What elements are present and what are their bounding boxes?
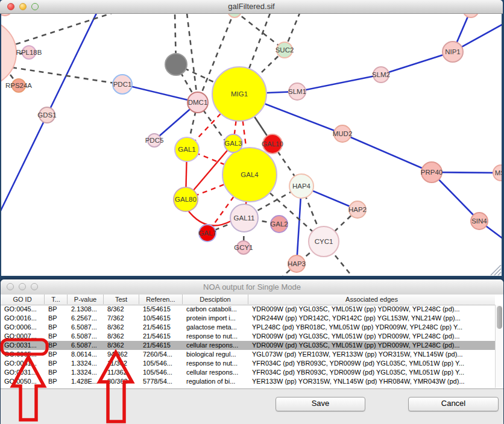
graph-node-GCY1[interactable]: GCY1 [234, 241, 253, 254]
graph-node-unlabeled[interactable] [165, 54, 187, 75]
column-header-associated-edges[interactable]: Associated edges [248, 295, 495, 304]
graph-edge [297, 75, 381, 92]
graph-node-unlabeled[interactable] [228, 14, 241, 17]
node-label: SUC2 [276, 46, 294, 54]
cell: YGL073W (pd) YER103W, YER133W (pp) YOR31… [248, 350, 495, 359]
graph-node-unlabeled[interactable] [1, 20, 16, 86]
vertical-scrollbar[interactable] [495, 305, 503, 388]
graph-node-HAP3[interactable]: HAP3 [288, 255, 306, 272]
cell: 8/362 [104, 332, 139, 341]
cell: response to nut... [183, 359, 248, 368]
scrollbar-thumb[interactable] [497, 306, 502, 329]
table-row-selected[interactable]: GO:0031...BP6.5087...8/36221/54615cellul… [1, 341, 495, 350]
table-row[interactable]: GO:0065...BP8.0614...94/3627260/54...bio… [1, 350, 495, 359]
graph-node-unlabeled[interactable] [1, 14, 12, 16]
cell: GO:0016... [1, 314, 45, 323]
resize-grip-icon[interactable] [488, 263, 502, 276]
cell: 8.0614... [68, 350, 104, 359]
cell: GO:0031... [1, 368, 45, 377]
cell: GO:0007... [1, 332, 45, 341]
table-row[interactable]: GO:0016...BP6.2567...7/36210/54615protei… [1, 314, 495, 323]
graph-node-HAP2[interactable]: HAP2 [348, 201, 367, 218]
graph-node-unlabeled[interactable] [463, 14, 479, 17]
graph-node-MIG1[interactable]: MIG1 [212, 67, 266, 121]
cell: 8/362 [104, 341, 139, 350]
graph-node-GAL4[interactable]: GAL4 [222, 148, 277, 202]
graph-node-GAL10[interactable]: GAL10 [262, 134, 283, 154]
cell: 80/362 [104, 377, 139, 386]
table-header-row: GO IDT...P-valueTestReferen...Desciption… [1, 295, 495, 305]
noa-window-title: NOA output for Single Mode [1, 282, 503, 292]
column-header-desciption[interactable]: Desciption [183, 295, 248, 304]
graph-node-GAL11[interactable]: GAL11 [230, 204, 258, 232]
node-label: GDS1 [37, 111, 56, 119]
cell: 105/546... [139, 359, 183, 368]
graph-edge [381, 52, 453, 75]
graph-edge [235, 14, 285, 50]
table-row[interactable]: GO:0006...BP6.5087...8/36221/54615galact… [1, 323, 495, 332]
graph-node-PRP40[interactable]: PRP40 [421, 162, 443, 182]
table-row[interactable]: GO:0031...BP1.3324...11/362105/546...res… [1, 359, 495, 368]
cell: 5778/54... [139, 377, 183, 386]
graph-node-DMC1[interactable]: DMC1 [187, 92, 208, 113]
node-label: SIN4 [471, 217, 487, 225]
network-canvas[interactable]: RPL18BRPS24AGDS1MIG1PDC1DMC1SUC2NIP1SLM2… [1, 14, 502, 276]
cell: 11/362 [104, 368, 139, 377]
cell: protein import i... [183, 314, 248, 323]
node-label: HAP2 [348, 206, 367, 213]
cell: 10/54615 [139, 314, 183, 323]
node-label: GAL1 [178, 146, 195, 153]
cell: cellular respons... [183, 368, 248, 377]
cell: carbon cataboli... [183, 305, 248, 314]
table-row[interactable]: GO:0007...BP6.5087...8/36221/54615respon… [1, 332, 495, 341]
cell: BP [45, 314, 68, 323]
table-row[interactable]: GO:0045...BP2.1308...8/36215/54615carbon… [1, 305, 495, 314]
graph-node-RPS24A[interactable]: RPS24A [5, 79, 32, 92]
column-header-go-id[interactable]: GO ID [1, 295, 45, 304]
cell: 8/362 [104, 305, 139, 314]
save-button[interactable]: Save [276, 397, 365, 411]
node-label: PDC1 [113, 81, 132, 88]
column-header-test[interactable]: Test [104, 295, 139, 304]
graph-node-GAL2[interactable]: GAL2 [270, 216, 288, 232]
cancel-button[interactable]: Cancel [408, 397, 499, 411]
cell: YDR009W (pd) YGL035C, YML051W (pp) YDR00… [248, 341, 495, 350]
noa-window-titlebar[interactable]: NOA output for Single Mode [1, 279, 503, 295]
graph-node-SIN4[interactable]: SIN4 [471, 213, 488, 229]
cell: YDR244W (pp) YDR142C, YDR142C (pp) YGL15… [248, 314, 495, 323]
graph-node-MSI[interactable]: MSI [493, 165, 502, 181]
cell: GO:0031... [1, 341, 45, 350]
cell: 11/362 [104, 359, 139, 368]
graph-edge [47, 14, 96, 115]
column-header-p-value[interactable]: P-value [68, 295, 104, 304]
graph-node-SLM1[interactable]: SLM1 [288, 83, 306, 100]
graph-node-SLM2[interactable]: SLM2 [372, 67, 390, 83]
graph-node-NIP1[interactable]: NIP1 [443, 42, 463, 62]
cell: BP [45, 323, 68, 332]
column-header-t-[interactable]: T... [45, 295, 68, 304]
cell: 21/54615 [139, 341, 183, 350]
graph-node-GAL1[interactable]: GAL1 [175, 137, 199, 161]
table-body: GO:0045...BP2.1308...8/36215/54615carbon… [1, 305, 495, 386]
node-label: RPS24A [5, 82, 32, 89]
cell: 6.2567... [68, 314, 104, 323]
network-graph: RPL18BRPS24AGDS1MIG1PDC1DMC1SUC2NIP1SLM2… [1, 14, 502, 276]
graph-node-GAL3[interactable]: GAL3 [224, 134, 242, 152]
graph-node-RPL18B[interactable]: RPL18B [16, 46, 42, 59]
table-row[interactable]: GO:0050...BP1.428E...80/3625778/54...reg… [1, 377, 495, 386]
node-label: RPL18B [16, 49, 42, 56]
node-label: GAL4 [241, 171, 259, 178]
graph-node-PDC1[interactable]: PDC1 [113, 75, 132, 94]
table-row[interactable]: GO:0031...BP1.3324...11/362105/546...cel… [1, 368, 495, 377]
cell: galactose meta... [183, 323, 248, 332]
cell: GO:0006... [1, 323, 45, 332]
graph-node-HAP4[interactable]: HAP4 [289, 174, 313, 198]
graph-edge [342, 134, 432, 172]
network-window-titlebar[interactable]: galFiltered.sif [0, 0, 503, 14]
graph-node-CYC1[interactable]: CYC1 [309, 226, 339, 257]
column-header-referen-[interactable]: Referen... [139, 295, 183, 304]
graph-node-GAL7[interactable]: GAL7 [198, 225, 216, 242]
graph-node-GDS1[interactable]: GDS1 [37, 107, 56, 123]
graph-node-MUD2[interactable]: MUD2 [333, 125, 353, 142]
graph-node-GAL80[interactable]: GAL80 [174, 187, 198, 211]
